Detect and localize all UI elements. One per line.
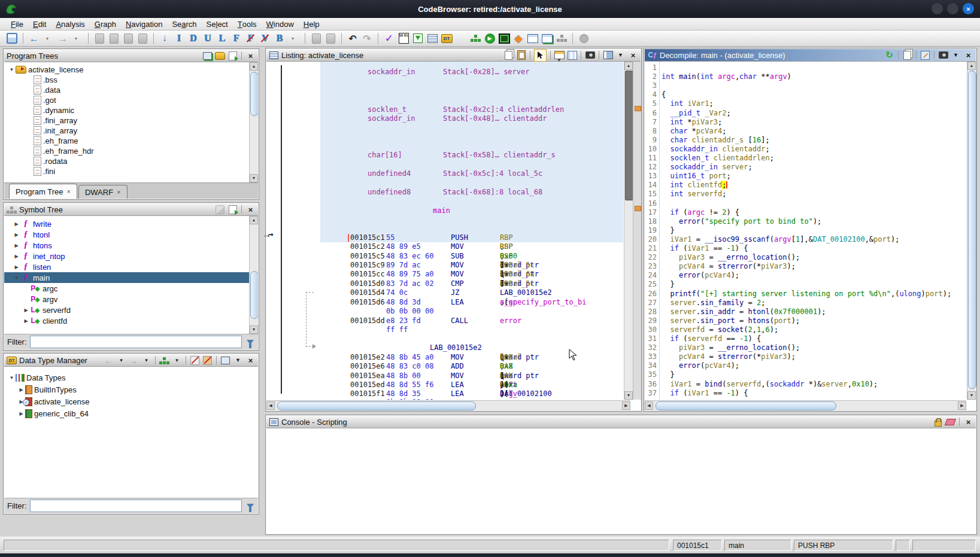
maximize-button[interactable] (947, 3, 958, 14)
expand-icon[interactable]: ▶ (17, 411, 25, 416)
listing-row[interactable]: undefined4Stack[-0x5c]:4 local_5c (266, 169, 623, 178)
panel-menu-icon[interactable]: ▼ (615, 50, 626, 60)
listing-row[interactable]: 001015d083 7d ac 02CMPdword ptr [RBP + l… (266, 279, 623, 288)
scroll-down-icon[interactable]: ▼ (250, 325, 258, 334)
decompile-line[interactable]: 13 uint16_t port; (645, 172, 966, 181)
listing-row[interactable]: undefined8Stack[-0x68]:8 local_68 (266, 188, 623, 197)
program-tree-item--eh-frame-hdr[interactable]: .eh_frame_hdr (4, 146, 258, 156)
tab-program-tree[interactable]: Program Tree× (9, 184, 77, 199)
listing-row[interactable]: main (266, 206, 623, 215)
decompile-line[interactable]: 32 piVar3 = __errno_location(); (645, 343, 966, 352)
preview-window-icon[interactable] (220, 355, 230, 366)
scroll-lock-icon[interactable] (933, 417, 943, 427)
decompile-line[interactable]: 9 char clientaddr_s [16]; (645, 136, 966, 145)
expand-icon[interactable]: ▶ (22, 308, 30, 313)
scroll-right-icon[interactable]: ▶ (622, 401, 630, 410)
memory-icon[interactable] (497, 31, 511, 45)
instruction-icon[interactable]: I (172, 31, 186, 45)
paste-icon[interactable] (516, 50, 526, 60)
out-function-icon[interactable] (107, 31, 121, 45)
listing-row[interactable]: 0b 0b 00 00 (266, 307, 623, 316)
scrollbar-thumb[interactable] (656, 401, 836, 410)
redo-icon[interactable]: ↷ (360, 31, 374, 45)
decompile-line[interactable]: 19 } (645, 226, 966, 235)
function-icon[interactable]: F (229, 31, 244, 45)
run-script-icon[interactable]: ▶ (483, 31, 497, 45)
clear-console-icon[interactable] (945, 417, 955, 427)
bookmark-dropdown-icon[interactable]: ▾ (287, 31, 301, 45)
table-chooser-icon[interactable] (540, 31, 554, 45)
menu-edit[interactable]: Edit (28, 18, 51, 30)
collapse-icon[interactable]: ▼ (8, 375, 16, 381)
decompile-line[interactable]: 11 socklen_t clientaddrlen; (645, 154, 966, 163)
symbol-tree-item-fwrite[interactable]: ▶ƒfwrite (4, 218, 258, 229)
close-panel-icon[interactable]: × (628, 50, 638, 60)
decompile-line[interactable]: 29 server.sin_port = htons(port); (645, 316, 966, 325)
symbol-tree-item-main[interactable]: ▼ƒmain (4, 272, 258, 283)
close-panel-icon[interactable]: × (245, 205, 256, 215)
table-view-icon[interactable] (526, 31, 540, 45)
decompile-line[interactable]: 8 char *pcVar4; (645, 127, 966, 136)
listing-row[interactable]: 001015dde8 23 fdCALLerror (266, 316, 623, 325)
data-type-manager-icon[interactable]: DT (439, 31, 454, 45)
symbol-tree-item-serverfd[interactable]: ▶serverfd (4, 305, 258, 315)
bookmark-marker[interactable] (635, 206, 641, 211)
console-output[interactable] (266, 428, 976, 534)
disable-filter-icon[interactable] (190, 355, 200, 366)
call-tree-icon[interactable] (554, 31, 569, 45)
splitter-collapse-icon[interactable]: → (262, 229, 271, 239)
decompile-line[interactable]: 3 (645, 81, 966, 90)
collapse-icon[interactable]: ▼ (8, 67, 16, 72)
binary-editor-icon[interactable]: 10 01 (396, 31, 411, 45)
scroll-left-icon[interactable]: ◀ (645, 401, 653, 410)
next-dropdown-icon[interactable]: ▾ (141, 355, 151, 366)
expand-all-icon[interactable] (309, 31, 323, 45)
symbol-tree-item-clientfd[interactable]: ▶clientfd (4, 315, 258, 326)
scroll-up-icon[interactable]: ▲ (250, 216, 258, 224)
decompile-line[interactable]: 25 } (645, 280, 966, 289)
close-panel-icon[interactable]: × (963, 50, 973, 60)
decompile-line[interactable]: 4{ (645, 90, 966, 99)
menu-window[interactable]: Window (262, 18, 299, 30)
scrollbar-thumb[interactable] (968, 71, 976, 389)
program-tree-item--dynamic[interactable]: .dynamic (4, 105, 258, 115)
decompiler-hscrollbar[interactable]: ◀ ▶ (645, 400, 966, 410)
program-tree-item--fini-array[interactable]: .fini_array (4, 115, 258, 126)
listing-row[interactable]: ff ff (266, 325, 623, 334)
symbol-filter-input[interactable] (30, 336, 242, 348)
conflict-dropdown-icon[interactable]: ▾ (172, 355, 182, 366)
listing-row[interactable]: 001015d648 8d 3dLEAargc,[s_specify_port_… (266, 298, 623, 307)
symbol-tree-item-listen[interactable]: ▶ƒlisten (4, 261, 258, 272)
scroll-down-icon[interactable]: ▼ (250, 174, 258, 182)
scrollbar-thumb[interactable] (625, 71, 633, 200)
scroll-right-icon[interactable]: ▶ (958, 401, 966, 410)
listing-row[interactable]: sockaddr_inStack[-0x48]… clientaddr (266, 114, 623, 123)
decompile-line[interactable]: 31 if (serverfd == -1) { (645, 334, 966, 343)
data-type-item-generic-clib-64[interactable]: ▶generic_clib_64 (4, 407, 258, 419)
scroll-up-icon[interactable]: ▲ (624, 62, 633, 70)
panel-menu-icon[interactable]: ▼ (233, 355, 243, 366)
forward-dropdown-icon[interactable]: ▾ (70, 31, 84, 45)
symbol-tree-item-argv[interactable]: argv (4, 294, 258, 305)
listing-row[interactable]: 0b 0b 00 00 (266, 398, 623, 400)
snapshot-icon[interactable] (585, 50, 595, 60)
data-type-item-builtintypes[interactable]: ▶BuiltInTypes (4, 383, 258, 395)
program-tree-item--init-array[interactable]: .init_array (4, 126, 258, 136)
menu-navigation[interactable]: Navigation (121, 18, 167, 30)
scroll-down-icon[interactable]: ▼ (967, 391, 976, 400)
tab-close-icon[interactable]: × (117, 188, 120, 196)
expand-icon[interactable]: ▶ (13, 264, 20, 270)
listing-row[interactable]: char[16]Stack[-0x58]… clientaddr_s (266, 151, 623, 160)
menu-file[interactable]: File (6, 18, 28, 30)
symbol-tree-item-htonl[interactable]: ▶ƒhtonl (4, 229, 258, 240)
back-icon[interactable]: ← (27, 31, 41, 45)
import-icon[interactable] (411, 31, 425, 45)
menu-select[interactable]: Select (202, 18, 233, 30)
disassemble-icon[interactable]: ↓ (157, 31, 172, 45)
expand-icon[interactable]: ▶ (13, 254, 20, 259)
validate-icon[interactable]: ✓ (382, 31, 396, 45)
decompile-line[interactable]: 17 if (argc != 2) { (645, 208, 966, 217)
scroll-up-icon[interactable]: ▲ (250, 62, 258, 71)
listing-row[interactable]: 001015e648 83 c0 08ADDRAX,0x8 (266, 362, 623, 371)
decompile-line[interactable]: 18 error("specify port to bind to"); (645, 217, 966, 226)
